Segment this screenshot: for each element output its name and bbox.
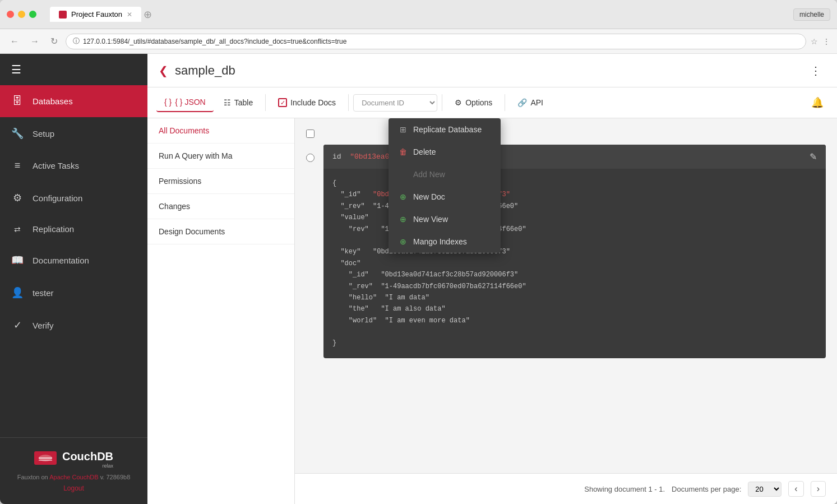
tester-icon: 👤 xyxy=(11,286,24,299)
footer-fauxton-text: Fauxton on xyxy=(17,474,50,480)
sidebar-item-documentation[interactable]: 📖 Documentation xyxy=(0,244,147,276)
sidebar-item-active-tasks[interactable]: ≡ Active Tasks xyxy=(0,150,147,182)
traffic-lights xyxy=(7,11,36,18)
tab-title: Project Fauxton xyxy=(71,10,122,19)
include-docs-label: Include Docs xyxy=(290,98,336,107)
document-row: id "0bd13ea0d741acf3c28b57ad920006f3" ✎ … xyxy=(306,145,826,358)
include-docs-button[interactable]: ✓ Include Docs xyxy=(270,94,344,112)
new-tab-icon[interactable]: ⊕ xyxy=(144,8,152,21)
api-icon: 🔗 xyxy=(517,98,527,107)
sub-navigation-panel: All Documents Run A Query with Ma Permis… xyxy=(147,118,295,504)
notifications-bell-icon[interactable]: 🔔 xyxy=(807,92,828,113)
databases-icon: 🗄 xyxy=(11,95,24,107)
doc-select-radio[interactable] xyxy=(306,154,315,162)
subnav-design-documents[interactable]: Design Documents xyxy=(147,219,294,244)
bookmark-icon[interactable]: ☆ xyxy=(811,37,818,46)
sidebar-item-configuration[interactable]: ⚙ Configuration xyxy=(0,182,147,214)
db-menu-button[interactable]: ⋮ xyxy=(806,62,826,80)
subnav-run-query[interactable]: Run A Query with Ma xyxy=(147,144,294,169)
json-label: { } JSON xyxy=(175,98,205,107)
json-view-button[interactable]: { } { } JSON xyxy=(156,93,214,112)
browser-tab[interactable]: Project Fauxton ✕ xyxy=(50,7,141,22)
sidebar-item-setup[interactable]: 🔧 Setup xyxy=(0,117,147,150)
sidebar-item-label-active-tasks: Active Tasks xyxy=(33,161,79,170)
options-icon: ⚙ xyxy=(455,98,462,107)
dropdown-new-view[interactable]: ⊕ New View xyxy=(389,208,501,230)
user-button[interactable]: michelle xyxy=(793,8,830,21)
new-view-icon: ⊕ xyxy=(399,215,408,224)
db-back-button[interactable]: ❮ xyxy=(159,64,168,77)
json-icon: { } xyxy=(164,98,172,107)
db-name: sample_db xyxy=(175,63,799,78)
options-button[interactable]: ⚙ Options xyxy=(447,94,500,112)
dropdown-replicate-database[interactable]: ⊞ Replicate Database xyxy=(389,118,501,141)
url-text: 127.0.0.1:5984/_utils/#database/sample_d… xyxy=(83,38,799,45)
delete-icon: 🗑 xyxy=(399,147,408,156)
content-area: id "0bd13ea0d741acf3c28b57ad920006f3" ✎ … xyxy=(295,118,837,504)
doc-edit-button[interactable]: ✎ xyxy=(810,151,817,162)
subnav-permissions[interactable]: Permissions xyxy=(147,169,294,194)
address-bar: ← → ↻ ⓘ 127.0.0.1:5984/_utils/#database/… xyxy=(0,29,837,54)
sidebar-item-databases[interactable]: 🗄 Databases xyxy=(0,85,147,117)
refresh-button[interactable]: ↻ xyxy=(47,34,61,49)
table-view-button[interactable]: ☷ Table xyxy=(216,94,261,112)
new-view-label: New View xyxy=(413,215,448,224)
titlebar: Project Fauxton ✕ ⊕ michelle xyxy=(0,0,837,29)
select-all-row xyxy=(306,130,826,138)
dropdown-delete[interactable]: 🗑 Delete xyxy=(389,141,501,163)
documentation-icon: 📖 xyxy=(11,254,24,266)
minimize-button[interactable] xyxy=(18,11,25,18)
pagination-prev-button[interactable]: ‹ xyxy=(788,481,803,497)
chrome-menu-icon[interactable]: ⋮ xyxy=(822,37,830,46)
couchdb-name: CouchDB xyxy=(62,450,113,463)
table-label: Table xyxy=(234,98,253,107)
json-field-doc-rev: "_rev" "1-49aacdb7bfc0670ed07ba627114f66… xyxy=(332,281,817,292)
url-bar[interactable]: ⓘ 127.0.0.1:5984/_utils/#database/sample… xyxy=(66,34,806,49)
select-all-checkbox[interactable] xyxy=(306,130,315,138)
dropdown-new-doc[interactable]: ⊕ New Doc xyxy=(389,186,501,208)
tab-close-icon[interactable]: ✕ xyxy=(127,11,132,19)
sidebar-item-verify[interactable]: ✓ Verify xyxy=(0,309,147,341)
pagination-showing: Showing document 1 - 1. xyxy=(584,485,665,493)
dropdown-add-new: Add New xyxy=(389,163,501,186)
sidebar-item-replication[interactable]: ⇄ Replication xyxy=(0,214,147,244)
toolbar-divider-3 xyxy=(442,94,442,111)
sidebar-item-label-setup: Setup xyxy=(33,129,54,138)
api-button[interactable]: 🔗 API xyxy=(510,94,551,112)
new-doc-label: New Doc xyxy=(413,192,445,201)
sidebar-item-label-replication: Replication xyxy=(33,224,74,234)
maximize-button[interactable] xyxy=(29,11,36,18)
toolbar: { } { } JSON ☷ Table ✓ Include Docs Docu… xyxy=(147,87,837,118)
sidebar-item-label-configuration: Configuration xyxy=(33,193,82,203)
add-new-label: Add New xyxy=(413,170,445,179)
footer-version-text: v. 72869b8 xyxy=(100,474,131,480)
new-doc-icon: ⊕ xyxy=(399,192,408,201)
sidebar-item-label-documentation: Documentation xyxy=(33,256,89,265)
sidebar-nav: 🗄 Databases 🔧 Setup ≡ Active Tasks ⚙ Con… xyxy=(0,85,147,437)
subnav-changes[interactable]: Changes xyxy=(147,194,294,219)
include-docs-checkbox: ✓ xyxy=(278,98,287,107)
logout-link[interactable]: Logout xyxy=(63,484,84,492)
toolbar-divider-2 xyxy=(348,94,349,111)
subnav-all-documents[interactable]: All Documents xyxy=(147,118,294,144)
per-page-select[interactable]: 20 50 100 xyxy=(748,482,781,497)
active-tasks-icon: ≡ xyxy=(11,160,24,172)
replicate-label: Replicate Database xyxy=(413,125,482,134)
back-button[interactable]: ← xyxy=(7,34,22,49)
verify-icon: ✓ xyxy=(11,319,24,331)
app-container: ☰ 🗄 Databases 🔧 Setup ≡ Active Tasks ⚙ C… xyxy=(0,54,837,504)
sidebar-item-tester[interactable]: 👤 tester xyxy=(0,276,147,309)
json-field-doc-id: "_id" "0bd13ea0d741acf3c28b57ad920006f3" xyxy=(332,269,817,280)
forward-button[interactable]: → xyxy=(27,34,43,49)
delete-label: Delete xyxy=(413,147,436,156)
dropdown-mango-indexes[interactable]: ⊕ Mango Indexes xyxy=(389,230,501,253)
mango-icon: ⊕ xyxy=(399,237,408,246)
pagination-next-button[interactable]: › xyxy=(811,481,826,497)
apache-couchdb-link[interactable]: Apache CouchDB xyxy=(49,474,98,480)
configuration-icon: ⚙ xyxy=(11,192,24,204)
json-field-the: "the" "I am also data" xyxy=(332,303,817,315)
document-id-select[interactable]: Document ID xyxy=(353,94,437,112)
close-button[interactable] xyxy=(7,11,14,18)
api-label: API xyxy=(530,98,543,107)
hamburger-icon[interactable]: ☰ xyxy=(0,54,147,85)
